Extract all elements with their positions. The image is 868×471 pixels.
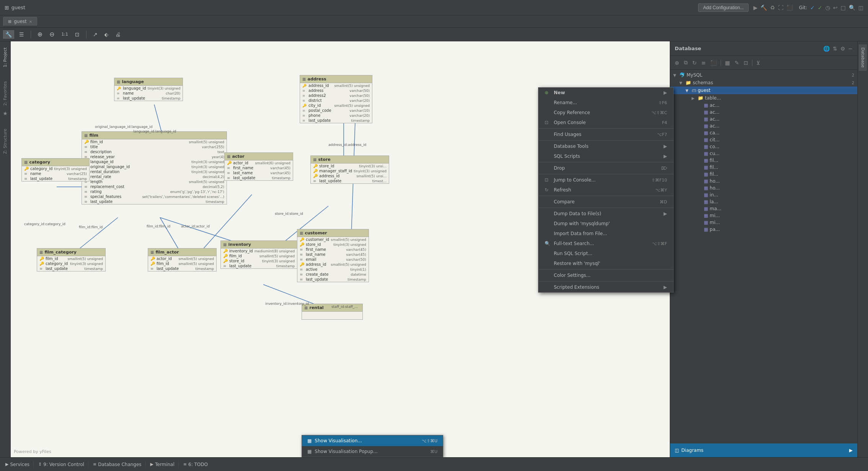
- tree-item-ac4[interactable]: ▦ac...: [670, 123, 857, 129]
- table-grid-icon[interactable]: ▦: [723, 59, 731, 67]
- status-db-changes[interactable]: ≡ Database Changes: [89, 461, 146, 468]
- table-store[interactable]: ▦store 🔑store_idtinyint(3) unsi... 🔑mana…: [310, 155, 389, 184]
- ctx-dump-mysqldump[interactable]: Dump with 'mysqldump': [538, 219, 673, 229]
- tree-item-ac2[interactable]: ▦ac...: [670, 109, 857, 116]
- add-config-button[interactable]: Add Configuration...: [698, 3, 749, 12]
- sidebar-item-project[interactable]: 1: Project: [1, 44, 9, 70]
- status-terminal[interactable]: ▶ Terminal: [147, 461, 179, 468]
- tree-item-mi2[interactable]: ▦mi...: [670, 219, 857, 226]
- tree-item-schemas[interactable]: ▼ 📁 schemas 2: [670, 79, 857, 87]
- tree-item-ma[interactable]: ▦ma...: [670, 205, 857, 212]
- ctx-jump-to-console[interactable]: ⊡ Jump to Console... ⇧⌘F10: [538, 175, 673, 185]
- panel-settings-icon[interactable]: ⚙: [840, 46, 845, 52]
- table-inventory[interactable]: ▦inventory 🔑inventory_idmediumint(8) uns…: [220, 240, 297, 269]
- git-history-icon[interactable]: ◷: [826, 5, 830, 11]
- edit-icon[interactable]: ✎: [733, 59, 741, 67]
- copy-icon[interactable]: ⧉: [682, 59, 689, 67]
- ctx-run-sql[interactable]: Run SQL Script...: [538, 249, 673, 258]
- remove-table-icon[interactable]: ⊖: [47, 30, 56, 39]
- table-category[interactable]: ▦category 🔑category_idtinyint(3) unsigne…: [21, 158, 90, 182]
- tree-item-cit[interactable]: ▦cit...: [670, 136, 857, 143]
- ctx-new[interactable]: ⊕ New ▶: [538, 88, 673, 98]
- table-film-category[interactable]: ▦film_category 🔑film_idsmallint(5) unsig…: [37, 248, 106, 271]
- search-everywhere-icon[interactable]: 🔍: [849, 5, 855, 11]
- add-table-icon[interactable]: ⊕: [36, 30, 44, 39]
- tree-item-mysql[interactable]: ▼ 🐬 MySQL 2: [670, 71, 857, 79]
- tree-item-ca[interactable]: ▦ca...: [670, 129, 857, 136]
- export-icon[interactable]: ↗: [91, 31, 100, 38]
- right-sidebar-database[interactable]: Database: [859, 44, 867, 71]
- table-language[interactable]: ▦ language 🔑 language_id tinyint(3) unsi…: [114, 78, 183, 101]
- status-services[interactable]: ▶ Services: [2, 461, 34, 468]
- sidebar-item-structure[interactable]: Z: Structure: [1, 126, 9, 157]
- tab-close-icon[interactable]: ✕: [29, 20, 32, 24]
- panel-minimize-icon[interactable]: −: [848, 46, 853, 52]
- git-check-green-icon[interactable]: ✓: [818, 5, 822, 11]
- ctx-full-text-search[interactable]: 🔍 Full-text Search... ⌥⇧⌘F: [538, 239, 673, 249]
- tree-item-ac1[interactable]: ▦ac...: [670, 102, 857, 109]
- run-icon[interactable]: ▶: [753, 5, 757, 11]
- status-todo[interactable]: ≡ 6: TODO: [179, 461, 212, 468]
- panel-split-icon[interactable]: ⇅: [833, 46, 837, 52]
- coverage-icon[interactable]: ⛶: [778, 5, 783, 11]
- tree-item-la[interactable]: ▦la...: [670, 198, 857, 205]
- right-sidebar-toggle[interactable]: ◫: [858, 5, 863, 11]
- show-visualisation-popup-item[interactable]: ▦ Show Visualisation Popup... ⌘U: [302, 446, 443, 457]
- ctx-drop[interactable]: Drop ⌦: [538, 163, 673, 173]
- tree-item-fil3[interactable]: ▦fil...: [670, 171, 857, 178]
- ctx-restore-mysql[interactable]: Restore with 'mysql': [538, 258, 673, 268]
- ctx-copy-ref[interactable]: Copy Reference ⌥⇧⌘C: [538, 108, 673, 118]
- schema-icon[interactable]: ≡: [700, 59, 707, 67]
- tree-item-tables[interactable]: ▶ 📁 table...: [670, 94, 857, 102]
- tree-item-pa[interactable]: ▦pa...: [670, 226, 857, 233]
- tree-item-ho2[interactable]: ▦ho...: [670, 185, 857, 191]
- add-datasource-icon[interactable]: ⊕: [673, 59, 681, 67]
- table-customer[interactable]: ▦customer 🔑customer_idsmallint(5) unsign…: [297, 229, 369, 282]
- diagram-tab[interactable]: ⊞ guest ✕: [3, 17, 37, 26]
- rebuild-icon[interactable]: ♻: [770, 5, 775, 11]
- sidebar-item-favorites[interactable]: 2: Favorites: [1, 78, 9, 109]
- git-check-blue-icon[interactable]: ✓: [810, 5, 815, 11]
- tree-item-in[interactable]: ▦in...: [670, 191, 857, 198]
- print-icon[interactable]: 🖨: [113, 31, 122, 38]
- panel-globe-icon[interactable]: 🌐: [823, 46, 830, 52]
- tree-item-ac3[interactable]: ▦ac...: [670, 116, 857, 123]
- tree-item-mi1[interactable]: ▦mi...: [670, 212, 857, 219]
- ctx-import-from-file[interactable]: Import Data from File...: [538, 229, 673, 239]
- ctx-db-tools[interactable]: Database Tools ▶: [538, 141, 673, 151]
- select-tool-icon[interactable]: 🔧: [3, 30, 14, 39]
- show-visualisation-item[interactable]: ▦ Show Visualisation... ⌥⇧⌘U: [302, 435, 443, 446]
- ctx-scripted-extensions[interactable]: Scripted Extensions ▶: [538, 282, 673, 292]
- tree-item-fil1[interactable]: ▦fil...: [670, 157, 857, 164]
- table-film-actor[interactable]: ▦film_actor 🔑actor_idsmallint(5) unsigne…: [148, 248, 217, 271]
- ctx-sql-scripts[interactable]: SQL Scripts ▶: [538, 151, 673, 161]
- tree-item-co[interactable]: ▦co...: [670, 143, 857, 150]
- table-actor[interactable]: ▦actor 🔑actor_idsmallint(6) unsigned ≡fi…: [224, 152, 293, 181]
- query-icon[interactable]: ⊡: [742, 59, 750, 67]
- tree-item-cu[interactable]: ▦cu...: [670, 150, 857, 157]
- fit-view-icon[interactable]: ⊡: [73, 31, 82, 38]
- refresh-icon[interactable]: ↻: [691, 59, 698, 67]
- build-icon[interactable]: 🔨: [760, 5, 767, 11]
- tree-item-ho1[interactable]: ▦ho...: [670, 178, 857, 185]
- ctx-refresh[interactable]: ↻ Refresh ⌥⌘Y: [538, 185, 673, 195]
- stop-icon[interactable]: ⬛: [709, 59, 718, 67]
- status-version-control[interactable]: ↕ 9: Version Control: [34, 461, 88, 468]
- ctx-rename[interactable]: Rename... ⇧F6: [538, 98, 673, 108]
- link-icon[interactable]: ⬖: [103, 31, 111, 38]
- stop-icon[interactable]: ⬛: [786, 5, 793, 11]
- tree-item-guest[interactable]: ▼ 🗃 guest: [670, 87, 857, 94]
- grid-view-icon[interactable]: ☰: [17, 31, 26, 38]
- tree-item-fil2[interactable]: ▦fil...: [670, 164, 857, 171]
- ctx-color-settings[interactable]: Color Settings...: [538, 270, 673, 280]
- ctx-dump-to-file[interactable]: Dump Data to File(s) ▶: [538, 209, 673, 219]
- reset-zoom-icon[interactable]: 1:1: [59, 31, 70, 38]
- git-undo-icon[interactable]: ↩: [833, 5, 838, 11]
- ctx-compare[interactable]: Compare ⌘D: [538, 197, 673, 207]
- filter-icon[interactable]: ⊻: [755, 59, 762, 67]
- git-push-icon[interactable]: □: [841, 5, 846, 11]
- ctx-find-usages[interactable]: Find Usages ⌥F7: [538, 129, 673, 139]
- table-address[interactable]: ▦ address 🔑address_idsmallint(5) unsigne…: [300, 75, 372, 123]
- table-film[interactable]: ▦film 🔑film_idsmallint(5) unsigned ≡titl…: [82, 131, 227, 204]
- diagrams-panel-tab[interactable]: ◫ Diagrams ▶: [670, 443, 857, 457]
